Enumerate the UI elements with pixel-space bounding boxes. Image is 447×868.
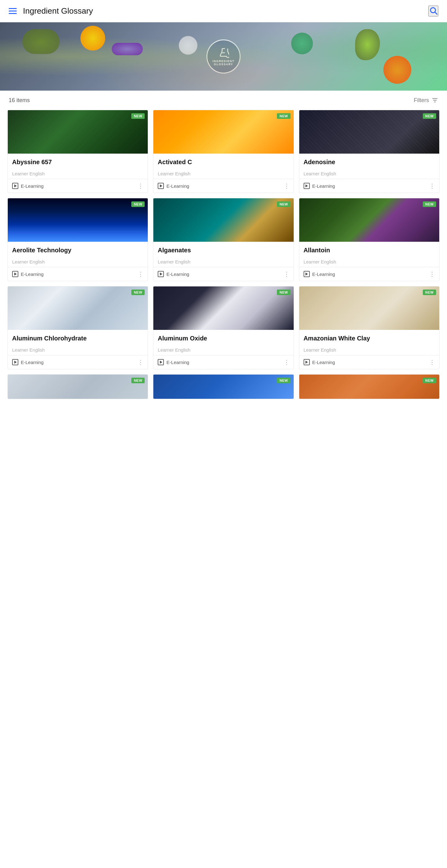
- card-image-wrapper: NEW: [299, 286, 439, 330]
- play-triangle: [14, 273, 17, 276]
- new-badge: NEW: [423, 113, 436, 119]
- card-image-wrapper: NEW: [8, 286, 148, 330]
- card-title: Aerolite Technology: [12, 246, 143, 254]
- card-image-wrapper: NEW: [299, 198, 439, 242]
- play-icon: [158, 183, 164, 189]
- card-type-label: E-Learning: [167, 183, 189, 189]
- more-options-button[interactable]: ⋮: [429, 182, 435, 190]
- play-icon: [304, 359, 310, 365]
- card-type: E-Learning: [12, 271, 43, 277]
- card-aerolite-technology[interactable]: NEW Aerolite Technology Learner English …: [7, 198, 148, 281]
- new-badge: NEW: [423, 202, 436, 207]
- play-triangle: [305, 184, 308, 187]
- more-options-button[interactable]: ⋮: [138, 182, 143, 190]
- more-options-button[interactable]: ⋮: [284, 182, 289, 190]
- card-body: Aluminum Oxide Learner English: [153, 330, 293, 355]
- play-triangle: [305, 273, 308, 276]
- card-adenosine[interactable]: NEW Adenosine Learner English E-Learning…: [299, 110, 440, 193]
- search-button[interactable]: [428, 6, 438, 17]
- card-image: [153, 198, 293, 242]
- card-partial-right[interactable]: NEW: [299, 374, 440, 399]
- card-aluminum-chlorohydrate[interactable]: NEW Aluminum Chlorohydrate Learner Engli…: [7, 286, 148, 369]
- play-triangle: [160, 184, 162, 187]
- card-image-wrapper: NEW: [153, 198, 293, 242]
- new-badge: NEW: [277, 289, 290, 295]
- toolbar: 16 items Filters: [0, 91, 447, 107]
- banner: INGREDIENT GLOSSARY: [0, 22, 447, 91]
- card-type: E-Learning: [304, 271, 335, 277]
- card-title: Allantoin: [304, 246, 435, 254]
- items-count: 16 items: [9, 97, 30, 104]
- more-options-button[interactable]: ⋮: [138, 359, 143, 366]
- card-image-wrapper: NEW: [299, 110, 439, 154]
- play-triangle: [160, 361, 162, 364]
- more-options-button[interactable]: ⋮: [429, 270, 435, 278]
- card-subtitle: Learner English: [158, 171, 289, 176]
- card-footer: E-Learning ⋮: [8, 355, 148, 369]
- card-type-label: E-Learning: [312, 272, 335, 277]
- card-subtitle: Learner English: [158, 259, 289, 265]
- card-amazonian-white-clay[interactable]: NEW Amazonian White Clay Learner English…: [299, 286, 440, 369]
- card-aluminum-oxide[interactable]: NEW Aluminum Oxide Learner English E-Lea…: [153, 286, 294, 369]
- card-type: E-Learning: [12, 183, 43, 189]
- card-type-label: E-Learning: [21, 183, 43, 189]
- more-options-button[interactable]: ⋮: [284, 270, 289, 278]
- card-image: [153, 110, 293, 154]
- more-options-button[interactable]: ⋮: [429, 359, 435, 366]
- play-icon: [12, 271, 18, 277]
- card-image: [299, 198, 439, 242]
- card-subtitle: Learner English: [304, 171, 435, 176]
- card-activated-c[interactable]: NEW Activated C Learner English E-Learni…: [153, 110, 294, 193]
- card-abyssine-657[interactable]: NEW Abyssine 657 Learner English E-Learn…: [7, 110, 148, 193]
- card-footer: E-Learning ⋮: [8, 179, 148, 193]
- svg-line-1: [435, 12, 437, 14]
- card-footer: E-Learning ⋮: [153, 267, 293, 281]
- card-image: [8, 375, 148, 399]
- more-options-button[interactable]: ⋮: [138, 270, 143, 278]
- card-image: [153, 286, 293, 330]
- card-partial-left[interactable]: NEW: [7, 374, 148, 399]
- card-image: [8, 198, 148, 242]
- filters-button[interactable]: Filters: [414, 97, 438, 104]
- card-body: Allantoin Learner English: [299, 242, 439, 267]
- card-image-wrapper: NEW: [8, 110, 148, 154]
- new-badge: NEW: [131, 113, 145, 119]
- more-options-button[interactable]: ⋮: [284, 359, 289, 366]
- card-image-wrapper: NEW: [153, 286, 293, 330]
- card-subtitle: Learner English: [12, 259, 143, 265]
- card-title: Amazonian White Clay: [304, 334, 435, 342]
- filters-label: Filters: [414, 97, 429, 104]
- card-image: [8, 110, 148, 154]
- card-type-label: E-Learning: [167, 360, 189, 365]
- card-type-label: E-Learning: [167, 272, 189, 277]
- card-title: Algaenates: [158, 246, 289, 254]
- card-image-wrapper: NEW: [153, 110, 293, 154]
- card-footer: E-Learning ⋮: [299, 355, 439, 369]
- card-body: Abyssine 657 Learner English: [8, 154, 148, 179]
- card-body: Activated C Learner English: [153, 154, 293, 179]
- card-image: [299, 375, 439, 399]
- card-title: Aluminum Oxide: [158, 334, 289, 342]
- play-triangle: [160, 273, 162, 276]
- new-badge: NEW: [131, 202, 145, 207]
- card-subtitle: Learner English: [12, 171, 143, 176]
- card-type: E-Learning: [304, 359, 335, 365]
- card-title: Abyssine 657: [12, 158, 143, 166]
- play-triangle: [305, 361, 308, 364]
- header-left: Ingredient Glossary: [9, 6, 93, 16]
- card-allantoin[interactable]: NEW Allantoin Learner English E-Learning…: [299, 198, 440, 281]
- menu-button[interactable]: [9, 8, 17, 14]
- play-triangle: [14, 184, 17, 187]
- card-footer: E-Learning ⋮: [299, 267, 439, 281]
- card-body: Amazonian White Clay Learner English: [299, 330, 439, 355]
- card-algaenates[interactable]: NEW Algaenates Learner English E-Learnin…: [153, 198, 294, 281]
- card-image: [299, 110, 439, 154]
- card-image: [8, 286, 148, 330]
- new-badge: NEW: [277, 113, 290, 119]
- card-footer: E-Learning ⋮: [153, 179, 293, 193]
- card-partial-mid[interactable]: NEW: [153, 374, 294, 399]
- play-icon: [304, 183, 310, 189]
- card-footer: E-Learning ⋮: [299, 179, 439, 193]
- card-footer: E-Learning ⋮: [153, 355, 293, 369]
- card-image-wrapper: NEW: [8, 198, 148, 242]
